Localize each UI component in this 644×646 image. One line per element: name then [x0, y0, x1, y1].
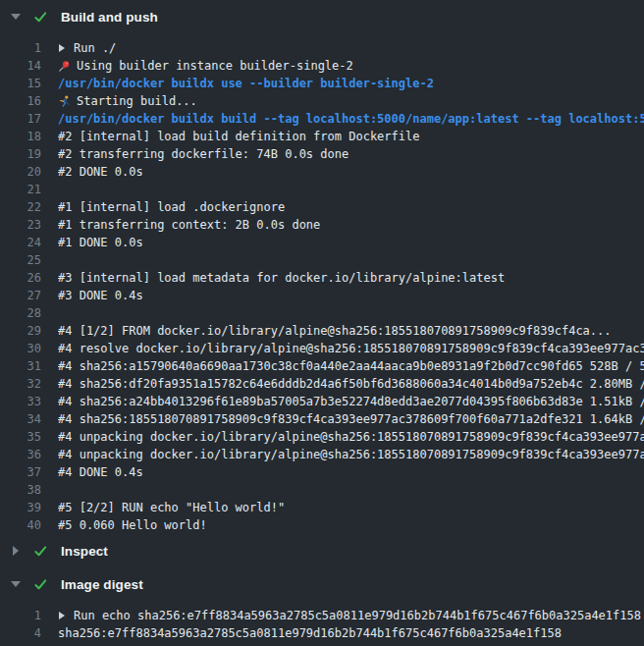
log-line: 1Run ./: [0, 39, 644, 57]
check-icon: [33, 577, 48, 592]
log-text: #2 transferring dockerfile: 74B 0.0s don…: [58, 145, 349, 163]
log-text: #4 sha256:185518070891758909c9f839cf4ca3…: [58, 410, 644, 428]
line-number[interactable]: 17: [0, 110, 41, 128]
log-line-text: #4 unpacking docker.io/library/alpine@sh…: [58, 428, 644, 446]
log-line-text: #3 [internal] load metadata for docker.i…: [58, 269, 644, 287]
log-line: 35#4 unpacking docker.io/library/alpine@…: [0, 428, 644, 446]
line-number[interactable]: 1: [0, 607, 41, 624]
section-title: Inspect: [61, 544, 108, 559]
check-icon: [33, 544, 48, 559]
log-line: 21: [0, 181, 644, 198]
log-line-text: #1 DONE 0.0s: [58, 234, 644, 251]
log-line-text[interactable]: Run echo sha256:e7ff8834a5963a2785c5a081…: [58, 607, 644, 624]
log-text: Run echo sha256:e7ff8834a5963a2785c5a081…: [74, 607, 641, 624]
line-number[interactable]: 35: [0, 428, 41, 446]
line-number[interactable]: 16: [0, 92, 41, 110]
log-text: sha256:e7ff8834a5963a2785c5a0811e979d16b…: [58, 624, 562, 642]
section-header[interactable]: Image digest: [0, 567, 644, 601]
line-number[interactable]: 36: [0, 446, 41, 463]
section-header[interactable]: Inspect: [0, 534, 644, 567]
log-text: #1 [internal] load .dockerignore: [58, 198, 285, 216]
log-line: 26#3 [internal] load metadata for docker…: [0, 269, 644, 287]
chevron-down-icon[interactable]: [11, 14, 21, 20]
line-number[interactable]: 14: [0, 57, 41, 75]
section-log-body: 1Run echo sha256:e7ff8834a5963a2785c5a08…: [0, 601, 644, 642]
play-icon[interactable]: [59, 44, 65, 52]
line-number[interactable]: 30: [0, 340, 41, 357]
log-line-text: #1 transferring context: 2B 0.0s done: [58, 216, 644, 234]
log-text: #4 resolve docker.io/library/alpine@sha2…: [58, 340, 644, 357]
line-number[interactable]: 26: [0, 269, 41, 287]
line-number[interactable]: 37: [0, 463, 41, 481]
log-text: #5 0.060 Hello world!: [58, 516, 207, 534]
log-text: #1 DONE 0.0s: [58, 234, 143, 251]
log-text: /usr/bin/docker buildx use --builder bui…: [58, 75, 434, 92]
pushpin-icon: [58, 60, 71, 73]
play-icon[interactable]: [59, 612, 65, 619]
line-number[interactable]: 19: [0, 145, 41, 163]
log-line: 39#5 [2/2] RUN echo "Hello world!": [0, 499, 644, 516]
log-text: /usr/bin/docker buildx build --tag local…: [58, 110, 644, 128]
chevron-shape: [11, 14, 21, 20]
log-line-text: Using builder instance builder-single-2: [58, 57, 644, 75]
log-section: Inspect: [0, 534, 644, 567]
chevron-down-icon[interactable]: [11, 581, 21, 587]
log-line: 31#4 sha256:a15790640a6690aa1730c38cf0a4…: [0, 357, 644, 375]
log-text: #4 DONE 0.4s: [58, 463, 143, 481]
log-section: Image digest1Run echo sha256:e7ff8834a59…: [0, 567, 644, 642]
log-line: 16Starting build...: [0, 92, 644, 110]
log-line-text: #2 [internal] load build definition from…: [58, 128, 644, 145]
section-log-body: 1Run ./14Using builder instance builder-…: [0, 33, 644, 534]
line-number[interactable]: 31: [0, 357, 41, 375]
log-line-text: #4 unpacking docker.io/library/alpine@sh…: [58, 446, 644, 463]
log-text: #5 [2/2] RUN echo "Hello world!": [58, 499, 285, 516]
chevron-shape: [11, 581, 21, 587]
log-line: 38: [0, 481, 644, 499]
log-line: 36#4 unpacking docker.io/library/alpine@…: [0, 446, 644, 463]
log-text: #4 sha256:a15790640a6690aa1730c38cf0a440…: [58, 357, 644, 375]
log-line-text[interactable]: Run ./: [58, 39, 644, 57]
line-number[interactable]: 24: [0, 234, 41, 251]
log-text: #2 DONE 0.0s: [58, 163, 143, 181]
log-text: Starting build...: [77, 92, 197, 110]
log-line: 24#1 DONE 0.0s: [0, 234, 644, 251]
line-number[interactable]: 32: [0, 375, 41, 393]
log-line-text: #5 [2/2] RUN echo "Hello world!": [58, 499, 644, 516]
log-line-text: #4 sha256:185518070891758909c9f839cf4ca3…: [58, 410, 644, 428]
log-text: #3 [internal] load metadata for docker.i…: [58, 269, 505, 287]
log-line-text: #3 DONE 0.4s: [58, 287, 644, 304]
line-number[interactable]: 28: [0, 304, 41, 322]
line-number[interactable]: 20: [0, 163, 41, 181]
line-number[interactable]: 23: [0, 216, 41, 234]
line-number[interactable]: 38: [0, 481, 41, 499]
line-number[interactable]: 22: [0, 198, 41, 216]
line-number[interactable]: 25: [0, 251, 41, 269]
log-line-text: sha256:e7ff8834a5963a2785c5a0811e979d16b…: [58, 624, 644, 642]
line-number[interactable]: 33: [0, 393, 41, 410]
log-line: 17/usr/bin/docker buildx build --tag loc…: [0, 110, 644, 128]
log-line: 4sha256:e7ff8834a5963a2785c5a0811e979d16…: [0, 624, 644, 642]
log-line: 30#4 resolve docker.io/library/alpine@sh…: [0, 340, 644, 357]
log-line: 28: [0, 304, 644, 322]
log-text: #4 sha256:a24bb4013296f61e89ba57005a7b3e…: [58, 393, 644, 410]
line-number[interactable]: 27: [0, 287, 41, 304]
line-number[interactable]: 40: [0, 516, 41, 534]
line-number[interactable]: 39: [0, 499, 41, 516]
line-number[interactable]: 29: [0, 322, 41, 340]
line-number[interactable]: 1: [0, 39, 41, 57]
line-number[interactable]: 15: [0, 75, 41, 92]
line-number[interactable]: 34: [0, 410, 41, 428]
line-number[interactable]: 18: [0, 128, 41, 145]
log-line: 22#1 [internal] load .dockerignore: [0, 198, 644, 216]
log-line-text: #4 sha256:a24bb4013296f61e89ba57005a7b3e…: [58, 393, 644, 410]
log-section: Build and push1Run ./14Using builder ins…: [0, 0, 644, 534]
log-line: 40#5 0.060 Hello world!: [0, 516, 644, 534]
chevron-right-icon[interactable]: [11, 546, 21, 556]
section-header[interactable]: Build and push: [0, 0, 644, 33]
log-line: 14Using builder instance builder-single-…: [0, 57, 644, 75]
log-line-text: #4 [1/2] FROM docker.io/library/alpine@s…: [58, 322, 644, 340]
line-number[interactable]: 21: [0, 181, 41, 198]
line-number[interactable]: 4: [0, 624, 41, 642]
log-line-text: #2 DONE 0.0s: [58, 163, 644, 181]
command-line-text: /usr/bin/docker buildx use --builder bui…: [58, 75, 644, 92]
